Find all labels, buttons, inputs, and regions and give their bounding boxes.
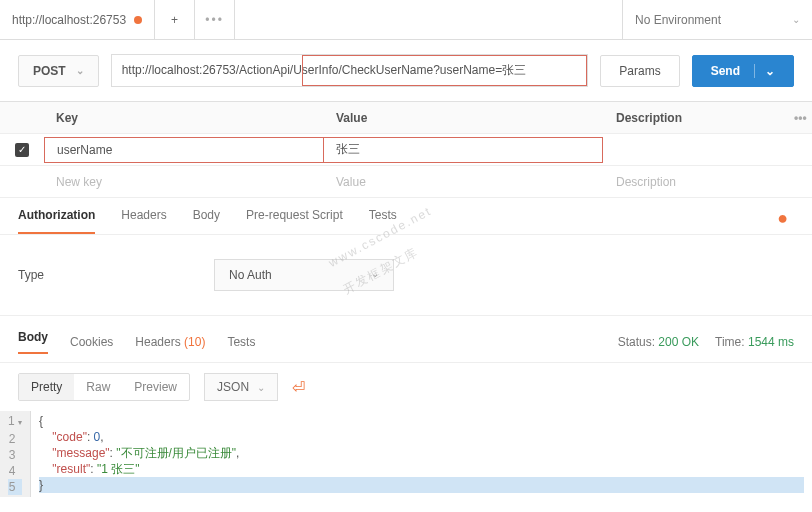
param-row: ✓ userName 张三 (0, 134, 812, 166)
tab-title: http://localhost:26753 (12, 13, 126, 27)
chevron-down-icon: ⌄ (792, 14, 800, 25)
response-meta: Status: 200 OK Time: 1544 ms (618, 335, 794, 349)
col-desc: Description (604, 111, 782, 125)
status-value: 200 OK (658, 335, 699, 349)
tab-tests[interactable]: Tests (369, 208, 397, 234)
col-value: Value (324, 111, 604, 125)
environment-label: No Environment (635, 13, 721, 27)
send-button[interactable]: Send ⌄ (692, 55, 794, 87)
desc-placeholder: Description (604, 175, 812, 189)
view-raw[interactable]: Raw (74, 374, 122, 400)
tab-overflow-button[interactable]: ••• (195, 0, 235, 39)
value-placeholder: Value (324, 175, 604, 189)
auth-type-label: Type (18, 268, 44, 282)
key-placeholder: New key (44, 175, 324, 189)
view-preview[interactable]: Preview (122, 374, 189, 400)
plus-icon: + (171, 13, 178, 27)
resp-tab-tests[interactable]: Tests (227, 335, 255, 349)
key-input[interactable]: userName (44, 137, 324, 163)
resp-tab-headers[interactable]: Headers (10) (135, 335, 205, 349)
view-mode-group: Pretty Raw Preview (18, 373, 190, 401)
json-source[interactable]: { "code": 0, "message": "不可注册/用户已注册", "r… (31, 411, 812, 497)
params-header-row: Key Value Description ••• (0, 102, 812, 134)
row-checkbox[interactable]: ✓ (15, 143, 29, 157)
url-highlight: /ActionApi/UserInfo/CheckUserName?userNa… (236, 63, 526, 77)
chevron-down-icon: ⌄ (371, 268, 379, 282)
url-input[interactable]: http://localhost:26753/ActionApi/UserInf… (111, 54, 589, 87)
request-bar: POST ⌄ http://localhost:26753/ActionApi/… (0, 40, 812, 101)
wrap-toggle-icon[interactable]: ⏎ (292, 378, 305, 397)
format-selector[interactable]: JSON ⌄ (204, 373, 278, 401)
method-selector[interactable]: POST ⌄ (18, 55, 99, 87)
params-button[interactable]: Params (600, 55, 679, 87)
tab-pre-request[interactable]: Pre-request Script (246, 208, 343, 234)
line-gutter: 1 ▾2 3 4 5 (0, 411, 31, 497)
tab-strip: http://localhost:26753 + ••• (0, 0, 622, 39)
response-body: 1 ▾2 3 4 5 { "code": 0, "message": "不可注册… (0, 411, 812, 497)
tab-body[interactable]: Body (193, 208, 220, 234)
chevron-down-icon: ⌄ (754, 64, 775, 78)
send-label: Send (711, 64, 740, 78)
chevron-down-icon: ⌄ (257, 382, 265, 393)
chevron-down-icon: ⌄ (76, 65, 84, 76)
time-value: 1544 ms (748, 335, 794, 349)
method-label: POST (33, 64, 66, 78)
top-bar: http://localhost:26753 + ••• No Environm… (0, 0, 812, 40)
environment-selector[interactable]: No Environment ⌄ (622, 0, 812, 39)
view-pretty[interactable]: Pretty (19, 374, 74, 400)
response-view-bar: Pretty Raw Preview JSON ⌄ ⏎ (0, 363, 812, 411)
ellipsis-icon: ••• (205, 13, 224, 27)
indicator-dot-icon: ● (777, 208, 794, 234)
resp-tab-cookies[interactable]: Cookies (70, 335, 113, 349)
auth-panel: Type No Auth ⌄ (0, 235, 812, 316)
value-input[interactable]: 张三 (323, 137, 603, 163)
tab-authorization[interactable]: Authorization (18, 208, 95, 234)
auth-type-selector[interactable]: No Auth ⌄ (214, 259, 394, 291)
ellipsis-icon[interactable]: ••• (782, 111, 812, 125)
params-grid: Key Value Description ••• ✓ userName 张三 … (0, 101, 812, 198)
tab-headers[interactable]: Headers (121, 208, 166, 234)
request-subtabs: Authorization Headers Body Pre-request S… (0, 198, 812, 235)
url-prefix: http://localhost:26753 (122, 63, 236, 77)
resp-tab-body[interactable]: Body (18, 330, 48, 354)
param-row-placeholder[interactable]: New key Value Description (0, 166, 812, 198)
new-tab-button[interactable]: + (155, 0, 195, 39)
unsaved-dot-icon (134, 16, 142, 24)
response-tabs: Body Cookies Headers (10) Tests Status: … (0, 316, 812, 363)
request-tab[interactable]: http://localhost:26753 (0, 0, 155, 39)
col-key: Key (44, 111, 324, 125)
